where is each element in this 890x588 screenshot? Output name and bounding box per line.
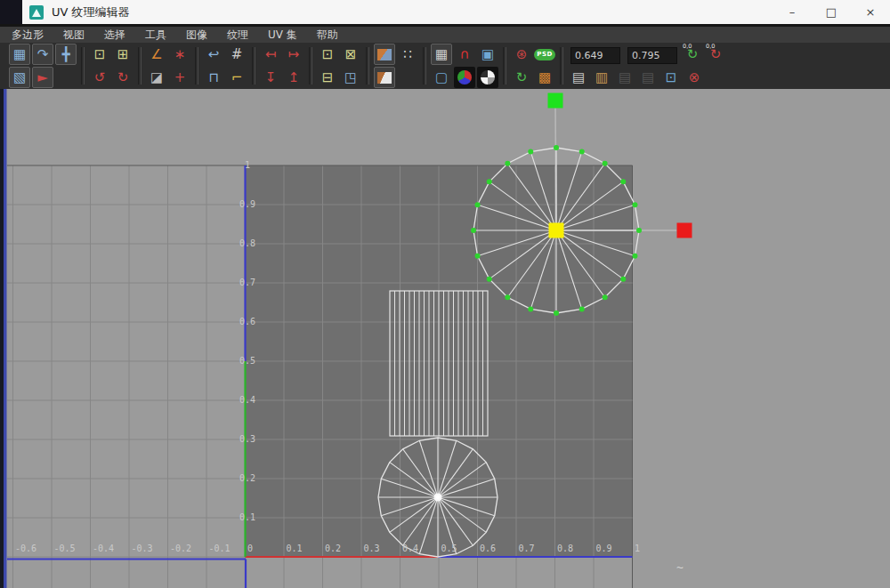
uv-vertex[interactable] (475, 254, 481, 259)
paste-u-button[interactable]: ▤ (614, 67, 635, 88)
menu-item-uv-set[interactable]: UV 集 (258, 27, 307, 43)
align-u-max-button[interactable]: ↦ (283, 44, 304, 65)
update-psd-button[interactable]: PSD (534, 44, 555, 65)
paste-v-button[interactable]: ▤ (637, 67, 659, 88)
uv-vertex[interactable] (620, 277, 626, 282)
y-axis-label: 0.5 (239, 356, 255, 366)
move-uv-shell-button[interactable]: ⊞ (112, 44, 134, 65)
window-controls: –□× (773, 0, 890, 24)
unfold-uvs-button[interactable]: ⊓ (203, 67, 224, 88)
alpha-channel-button[interactable] (477, 67, 498, 88)
snap-grid-button[interactable]: # (226, 44, 247, 65)
align-u-min-button[interactable]: ↤ (260, 44, 281, 65)
shade-uvs-button[interactable]: ▣ (477, 44, 498, 65)
snap-together-button[interactable]: ⊡ (317, 44, 338, 65)
uv-shell-cylinder-body[interactable] (390, 291, 488, 436)
manipulator-u-handle[interactable] (677, 223, 692, 238)
uv-vertex[interactable] (603, 294, 608, 300)
toolbar-row (374, 67, 418, 88)
manipulator-pivot-handle[interactable] (549, 223, 564, 238)
cycle-uvs-button[interactable]: ↩ (203, 44, 224, 65)
v-coordinate-field[interactable] (627, 47, 677, 64)
toolbar-row: ⊓⌐ (203, 67, 247, 88)
cut-uv-edges-button[interactable]: ∠ (146, 44, 167, 65)
uv-vertex[interactable] (475, 202, 481, 207)
uv-editor-viewport[interactable]: 10.90.80.70.60.50.40.30.20.1-0.6-0.5-0.4… (0, 89, 890, 588)
toolbar-row: ▢ (431, 67, 498, 88)
uv-shell-bottom-cap[interactable] (378, 438, 498, 557)
uv-vertex[interactable] (471, 228, 476, 233)
split-uvs-button[interactable]: ∗ (169, 44, 190, 65)
uv-select-tool-button[interactable]: ► (32, 67, 53, 88)
uv-vertex[interactable] (579, 306, 585, 311)
uv-vertex[interactable] (620, 179, 626, 184)
uv-vertex[interactable] (632, 254, 637, 259)
match-uvs-button[interactable]: ⊠ (340, 44, 361, 65)
uv-lattice-tool-button[interactable]: ▦ (9, 44, 30, 65)
uv-grab-tool-button[interactable]: ╋ (55, 44, 77, 65)
view-grid-image-button[interactable] (374, 67, 395, 88)
rgb-wheel-icon (457, 70, 472, 85)
toggle-shell-borders-button[interactable]: ▢ (431, 67, 452, 88)
x-axis-label: 0 (247, 544, 253, 553)
uv-vertex[interactable] (487, 179, 492, 184)
toolbar-row: ∠∗ (146, 44, 190, 65)
rotate-uv-ccw-button[interactable]: ↺ (89, 67, 110, 88)
menu-item-texture[interactable]: 纹理 (217, 27, 258, 43)
uv-vertex[interactable] (554, 145, 559, 150)
stack-shells-button[interactable]: ◳ (340, 67, 361, 88)
toolbar-row: ⊡⊞ (89, 44, 134, 65)
menu-item-image[interactable]: 图像 (176, 27, 217, 43)
uv-vertex[interactable] (554, 310, 559, 316)
rgb-channels-button[interactable] (454, 67, 475, 88)
close-button[interactable]: × (851, 0, 890, 24)
move-uv-button[interactable]: ⊡ (89, 44, 110, 65)
toolbar-row: ▤▥▤▤⊡⊗ (568, 67, 726, 88)
display-distortion-button[interactable]: ⊛ (511, 44, 532, 65)
uv-vertex[interactable] (528, 306, 533, 311)
menu-item-polygons[interactable]: 多边形 (2, 27, 53, 43)
move-pivot-button[interactable]: + (169, 67, 190, 88)
flip-uvs-button[interactable]: ◪ (146, 67, 167, 88)
minimize-button[interactable]: – (773, 0, 812, 24)
menu-item-select[interactable]: 选择 (94, 27, 135, 43)
display-image-button[interactable] (374, 44, 395, 65)
u-coordinate-field[interactable] (570, 47, 620, 64)
pixel-snap-button[interactable]: ∩ (454, 44, 475, 65)
align-v-max-button[interactable]: ↥ (283, 67, 304, 88)
bake-texture-button[interactable]: ▩ (534, 67, 555, 88)
uv-vertex[interactable] (636, 228, 642, 233)
manipulator-v-handle[interactable] (548, 93, 563, 109)
layout-uvs-button[interactable]: ⊟ (317, 67, 338, 88)
refresh-image-button[interactable]: ↻ (511, 67, 532, 88)
menu-item-help[interactable]: 帮助 (307, 27, 348, 43)
uv-smudge-tool-button[interactable]: ↷ (32, 44, 53, 65)
maximize-button[interactable]: □ (812, 0, 851, 24)
copy-uvs-button[interactable]: ▤ (568, 67, 589, 88)
y-axis-label: 0.7 (239, 278, 255, 287)
uv-lattice-deform-button[interactable]: ▧ (9, 67, 30, 88)
x-axis-label: 0.8 (557, 544, 573, 553)
paste-uvs-button[interactable]: ▥ (591, 67, 612, 88)
x-axis-label: 0.5 (441, 544, 457, 553)
uv-vertex[interactable] (632, 202, 637, 207)
rotate-uv-cw-button[interactable]: ↻ (112, 67, 134, 88)
uv-vertex[interactable] (505, 161, 510, 166)
uv-vertex[interactable] (579, 149, 585, 155)
relax-uvs-button[interactable]: ⌐ (226, 67, 247, 88)
delete-uvs-button[interactable]: ⊗ (684, 67, 705, 88)
toolbar-group-8: ⊛PSD↻▩ (511, 44, 555, 88)
reset-uv-red-button[interactable]: ↻0,0 (705, 44, 726, 65)
menu-item-tool[interactable]: 工具 (135, 27, 176, 43)
uv-vertex[interactable] (487, 277, 492, 282)
menu-item-view[interactable]: 视图 (53, 27, 94, 43)
uv-vertex[interactable] (505, 294, 510, 300)
toggle-grid-button[interactable]: ▦ (431, 44, 452, 65)
reset-uv-green-button[interactable]: ↻0,0 (682, 44, 703, 65)
uv-vertex[interactable] (528, 149, 533, 155)
uv-vertex[interactable] (603, 161, 608, 166)
x-axis-label: -0.3 (132, 544, 153, 553)
copy-selection-button[interactable]: ⊡ (660, 67, 682, 88)
align-v-min-button[interactable]: ↧ (260, 67, 281, 88)
dim-image-button[interactable]: ∷ (397, 44, 418, 65)
